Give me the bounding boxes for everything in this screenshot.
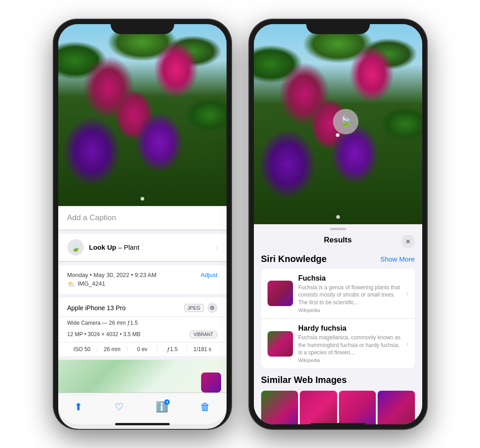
flower-photo [58,24,227,206]
map-section[interactable] [58,360,227,396]
similar-images-title: Similar Web Images [261,375,415,385]
right-phone: 🍃 Results ✕ Siri Knowledge Show More [249,20,427,429]
info-button[interactable]: ℹ️ ✦ [156,401,168,413]
similar-image-1[interactable] [261,391,298,424]
fuchsia-name: Fuchsia [298,274,401,282]
hardy-thumb-image [268,331,293,357]
filename-row: ⛅ IMG_4241 [67,280,217,287]
fuchsia-item[interactable]: Fuchsia Fuchsia is a genus of flowering … [261,269,415,319]
similar-images-section: Similar Web Images [254,368,422,424]
notch-right [306,20,370,34]
lookup-icon-circle: 🍃 [67,239,84,256]
cloud-icon: ⛅ [67,280,75,287]
bottom-toolbar: ⬆ ♡ ℹ️ ✦ 🗑 [58,393,227,424]
lookup-row[interactable]: 🍃 Look Up – Plant › [58,234,227,262]
trash-icon: 🗑 [200,401,210,413]
siri-knowledge-title: Siri Knowledge [261,254,327,264]
leaf-lookup-icon: 🍃 [339,115,352,128]
photo-display[interactable] [58,24,227,206]
exif-shutter: 1/181 s [187,346,217,352]
hardy-description: Fuchsia magellanica, commonly known as t… [298,334,401,357]
hardy-source: Wikipedia [298,357,401,363]
lookup-label: Look Up [89,243,116,251]
exif-iso: ISO 50 [67,346,97,352]
filename-text: IMG_4241 [78,280,106,287]
sheet-handle[interactable] [330,228,346,230]
photo-dot-indicator [141,197,144,201]
similar-images-row [261,391,415,424]
notch [111,20,174,34]
delete-button[interactable]: 🗑 [200,401,210,413]
specs-text: 12 MP • 3024 × 4032 • 3.5 MB [67,331,141,337]
share-button[interactable]: ⬆ [74,401,82,413]
camera-header: Apple iPhone 13 Pro JPEG ⚙ [58,297,227,317]
fuchsia-thumb-image [268,281,293,306]
close-button[interactable]: ✕ [401,235,415,248]
camera-detail-row: Wide Camera — 26 mm ƒ1.5 [58,317,227,329]
exif-focal: 26 mm [97,346,127,352]
exif-aperture: ƒ1.5 [157,346,187,352]
camera-badges: JPEG ⚙ [184,303,217,313]
show-more-link[interactable]: Show More [380,255,415,263]
right-photo-display[interactable]: 🍃 [254,24,422,224]
siri-knowledge-section: Siri Knowledge Show More Fuchsia Fuchsia… [254,250,422,369]
right-screen: 🍃 Results ✕ Siri Knowledge Show More [254,24,422,424]
camera-name: Apple iPhone 13 Pro [67,304,126,312]
hardy-name: Hardy fuchsia [298,324,401,332]
fuchsia-description: Fuchsia is a genus of flowering plants t… [298,284,401,307]
knowledge-card: Fuchsia Fuchsia is a genus of flowering … [261,269,415,369]
left-screen: Add a Caption 🍃 Look Up – Plant › Monday… [58,24,227,424]
results-sheet: Results ✕ Siri Knowledge Show More [254,224,422,424]
map-thumb-image [201,372,221,393]
like-button[interactable]: ♡ [115,401,124,413]
hardy-thumbnail [268,331,293,357]
similar-image-3[interactable] [339,391,376,424]
close-icon: ✕ [405,238,411,245]
heart-icon: ♡ [115,401,124,413]
date-row: Monday • May 30, 2022 • 9:23 AM Adjust [67,272,217,278]
lookup-subject: Plant [124,243,139,251]
share-icon: ⬆ [74,401,82,413]
map-thumbnail [201,372,221,393]
info-badge: ✦ [164,399,170,405]
home-indicator-right [311,423,365,425]
fuchsia-chevron-icon: › [406,290,409,297]
similar-image-2[interactable] [300,391,337,424]
date-section: Monday • May 30, 2022 • 9:23 AM Adjust ⛅… [58,265,227,294]
right-photo-dot [336,215,340,219]
photo-info-area: Add a Caption 🍃 Look Up – Plant › Monday… [58,206,227,424]
vibrant-badge: VIBRANT [189,331,217,338]
fuchsia-text: Fuchsia Fuchsia is a genus of flowering … [298,274,401,313]
home-indicator [115,423,170,425]
date-text: Monday • May 30, 2022 • 9:23 AM [67,272,157,278]
caption-area[interactable]: Add a Caption [58,206,227,230]
lookup-dash: – [118,243,124,251]
camera-detail-text: Wide Camera — 26 mm ƒ1.5 [67,320,138,326]
left-phone: Add a Caption 🍃 Look Up – Plant › Monday… [54,20,231,429]
results-title: Results [324,236,352,245]
adjust-link[interactable]: Adjust [201,272,217,278]
fuchsia-source: Wikipedia [298,307,401,313]
leaf-icon: 🍃 [71,242,81,252]
similar-image-4[interactable] [378,391,415,424]
hardy-text: Hardy fuchsia Fuchsia magellanica, commo… [298,324,401,363]
camera-specs-row: 12 MP • 3024 × 4032 • 3.5 MB VIBRANT [58,329,227,342]
lookup-text: Look Up – Plant [89,243,210,251]
visual-lookup-dot [336,133,339,137]
hardy-chevron-icon: › [406,340,409,347]
jpeg-badge: JPEG [184,304,204,312]
siri-section-header: Siri Knowledge Show More [261,250,415,269]
exif-ev: 0 ev [127,346,157,352]
caption-placeholder: Add a Caption [67,213,116,222]
chevron-right-icon: › [215,244,217,251]
hardy-fuchsia-item[interactable]: Hardy fuchsia Fuchsia magellanica, commo… [261,319,415,368]
camera-section: Apple iPhone 13 Pro JPEG ⚙ Wide Camera —… [58,297,227,356]
fuchsia-thumbnail [268,281,293,306]
settings-icon[interactable]: ⚙ [207,303,217,313]
visual-lookup-button[interactable]: 🍃 [333,109,358,134]
exif-row: ISO 50 26 mm 0 ev ƒ1.5 1/181 s [58,342,227,356]
results-header: Results ✕ [254,233,422,250]
